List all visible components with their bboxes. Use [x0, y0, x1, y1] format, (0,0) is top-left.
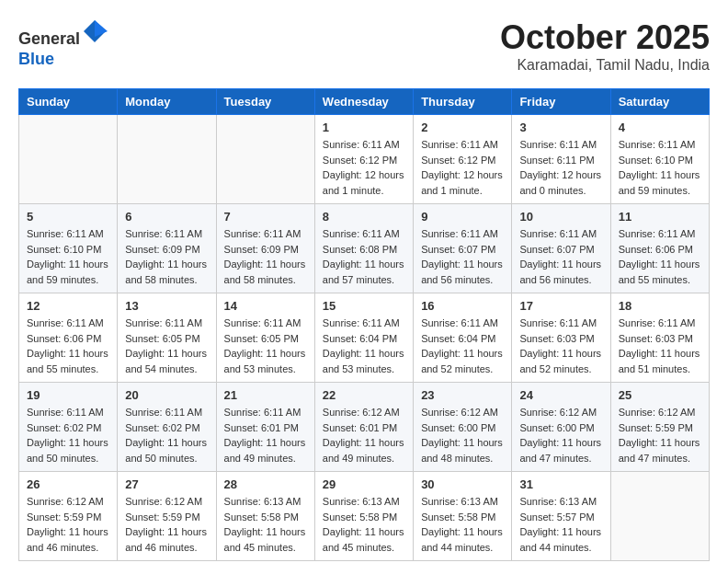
day-number: 26	[27, 477, 109, 491]
calendar-day-3: 3Sunrise: 6:11 AMSunset: 6:11 PMDaylight…	[512, 115, 610, 204]
day-number: 15	[323, 299, 405, 313]
day-info: Sunrise: 6:13 AMSunset: 5:58 PMDaylight:…	[224, 494, 307, 555]
day-info: Sunrise: 6:11 AMSunset: 6:10 PMDaylight:…	[619, 137, 701, 198]
day-info: Sunrise: 6:11 AMSunset: 6:07 PMDaylight:…	[519, 226, 602, 287]
calendar-day-5: 5Sunrise: 6:11 AMSunset: 6:10 PMDaylight…	[19, 204, 118, 293]
location: Karamadai, Tamil Nadu, India	[500, 57, 710, 74]
calendar-empty	[118, 115, 216, 204]
weekday-header-row: SundayMondayTuesdayWednesdayThursdayFrid…	[19, 89, 710, 115]
day-number: 28	[224, 477, 307, 491]
calendar-day-4: 4Sunrise: 6:11 AMSunset: 6:10 PMDaylight…	[610, 115, 709, 204]
day-number: 14	[224, 299, 307, 313]
day-number: 16	[421, 299, 504, 313]
calendar-day-17: 17Sunrise: 6:11 AMSunset: 6:03 PMDayligh…	[512, 293, 610, 383]
day-info: Sunrise: 6:11 AMSunset: 6:07 PMDaylight:…	[421, 226, 504, 287]
day-number: 1	[323, 121, 405, 134]
calendar-day-31: 31Sunrise: 6:13 AMSunset: 5:57 PMDayligh…	[512, 472, 610, 561]
month-title: October 2025	[500, 18, 710, 57]
calendar-week-row: 26Sunrise: 6:12 AMSunset: 5:59 PMDayligh…	[19, 472, 710, 561]
day-number: 12	[27, 299, 109, 313]
weekday-header-monday: Monday	[118, 89, 216, 115]
calendar-day-16: 16Sunrise: 6:11 AMSunset: 6:04 PMDayligh…	[414, 293, 512, 383]
day-number: 3	[519, 121, 602, 134]
logo-blue: Blue	[18, 50, 54, 68]
day-number: 4	[619, 121, 701, 134]
day-info: Sunrise: 6:11 AMSunset: 6:02 PMDaylight:…	[125, 405, 208, 465]
day-info: Sunrise: 6:12 AMSunset: 5:59 PMDaylight:…	[27, 494, 109, 555]
logo-general: General	[18, 29, 80, 48]
day-info: Sunrise: 6:11 AMSunset: 6:01 PMDaylight:…	[224, 405, 307, 465]
day-number: 22	[323, 388, 405, 402]
calendar-day-8: 8Sunrise: 6:11 AMSunset: 6:08 PMDaylight…	[314, 204, 413, 293]
calendar-table: SundayMondayTuesdayWednesdayThursdayFrid…	[18, 88, 710, 561]
day-number: 9	[421, 210, 504, 224]
day-number: 18	[619, 299, 701, 313]
weekday-header-wednesday: Wednesday	[314, 89, 413, 115]
day-info: Sunrise: 6:11 AMSunset: 6:11 PMDaylight:…	[519, 137, 602, 198]
day-info: Sunrise: 6:11 AMSunset: 6:08 PMDaylight:…	[323, 226, 405, 287]
day-number: 13	[125, 299, 208, 313]
calendar-day-27: 27Sunrise: 6:12 AMSunset: 5:59 PMDayligh…	[118, 472, 216, 561]
day-info: Sunrise: 6:11 AMSunset: 6:06 PMDaylight:…	[27, 316, 109, 376]
calendar-empty	[216, 115, 314, 204]
title-block: October 2025 Karamadai, Tamil Nadu, Indi…	[500, 18, 710, 74]
day-number: 31	[519, 477, 602, 491]
day-info: Sunrise: 6:11 AMSunset: 6:03 PMDaylight:…	[619, 316, 701, 376]
calendar-day-28: 28Sunrise: 6:13 AMSunset: 5:58 PMDayligh…	[216, 472, 314, 561]
calendar-day-14: 14Sunrise: 6:11 AMSunset: 6:05 PMDayligh…	[216, 293, 314, 383]
day-info: Sunrise: 6:13 AMSunset: 5:58 PMDaylight:…	[421, 494, 504, 555]
day-number: 11	[619, 210, 701, 224]
day-info: Sunrise: 6:11 AMSunset: 6:10 PMDaylight:…	[27, 226, 109, 287]
page-header: General Blue October 2025 Karamadai, Tam…	[18, 18, 710, 74]
day-number: 20	[125, 388, 208, 402]
calendar-day-13: 13Sunrise: 6:11 AMSunset: 6:05 PMDayligh…	[118, 293, 216, 383]
day-info: Sunrise: 6:12 AMSunset: 5:59 PMDaylight:…	[619, 405, 701, 465]
calendar-empty	[610, 472, 709, 561]
logo-icon	[82, 18, 108, 44]
day-info: Sunrise: 6:11 AMSunset: 6:03 PMDaylight:…	[519, 316, 602, 376]
day-number: 27	[125, 477, 208, 491]
day-number: 19	[27, 388, 109, 402]
day-info: Sunrise: 6:11 AMSunset: 6:04 PMDaylight:…	[421, 316, 504, 376]
weekday-header-saturday: Saturday	[610, 89, 709, 115]
day-number: 17	[519, 299, 602, 313]
day-info: Sunrise: 6:12 AMSunset: 6:01 PMDaylight:…	[323, 405, 405, 465]
day-number: 25	[619, 388, 701, 402]
day-info: Sunrise: 6:12 AMSunset: 6:00 PMDaylight:…	[421, 405, 504, 465]
calendar-week-row: 19Sunrise: 6:11 AMSunset: 6:02 PMDayligh…	[19, 383, 710, 472]
day-info: Sunrise: 6:11 AMSunset: 6:12 PMDaylight:…	[421, 137, 504, 198]
calendar-day-21: 21Sunrise: 6:11 AMSunset: 6:01 PMDayligh…	[216, 383, 314, 472]
calendar-day-2: 2Sunrise: 6:11 AMSunset: 6:12 PMDaylight…	[414, 115, 512, 204]
day-info: Sunrise: 6:12 AMSunset: 5:59 PMDaylight:…	[125, 494, 208, 555]
weekday-header-thursday: Thursday	[414, 89, 512, 115]
calendar-day-1: 1Sunrise: 6:11 AMSunset: 6:12 PMDaylight…	[314, 115, 413, 204]
calendar-day-19: 19Sunrise: 6:11 AMSunset: 6:02 PMDayligh…	[19, 383, 118, 472]
weekday-header-sunday: Sunday	[19, 89, 118, 115]
day-number: 30	[421, 477, 504, 491]
calendar-day-7: 7Sunrise: 6:11 AMSunset: 6:09 PMDaylight…	[216, 204, 314, 293]
calendar-day-12: 12Sunrise: 6:11 AMSunset: 6:06 PMDayligh…	[19, 293, 118, 383]
day-info: Sunrise: 6:11 AMSunset: 6:05 PMDaylight:…	[224, 316, 307, 376]
calendar-day-10: 10Sunrise: 6:11 AMSunset: 6:07 PMDayligh…	[512, 204, 610, 293]
day-number: 23	[421, 388, 504, 402]
calendar-day-30: 30Sunrise: 6:13 AMSunset: 5:58 PMDayligh…	[414, 472, 512, 561]
day-info: Sunrise: 6:11 AMSunset: 6:02 PMDaylight:…	[27, 405, 109, 465]
calendar-day-9: 9Sunrise: 6:11 AMSunset: 6:07 PMDaylight…	[414, 204, 512, 293]
day-info: Sunrise: 6:11 AMSunset: 6:09 PMDaylight:…	[125, 226, 208, 287]
day-info: Sunrise: 6:13 AMSunset: 5:58 PMDaylight:…	[323, 494, 405, 555]
calendar-day-23: 23Sunrise: 6:12 AMSunset: 6:00 PMDayligh…	[414, 383, 512, 472]
day-number: 7	[224, 210, 307, 224]
calendar-day-22: 22Sunrise: 6:12 AMSunset: 6:01 PMDayligh…	[314, 383, 413, 472]
day-info: Sunrise: 6:11 AMSunset: 6:12 PMDaylight:…	[323, 137, 405, 198]
day-number: 6	[125, 210, 208, 224]
day-number: 21	[224, 388, 307, 402]
day-number: 24	[519, 388, 602, 402]
calendar-day-26: 26Sunrise: 6:12 AMSunset: 5:59 PMDayligh…	[19, 472, 118, 561]
calendar-day-20: 20Sunrise: 6:11 AMSunset: 6:02 PMDayligh…	[118, 383, 216, 472]
weekday-header-friday: Friday	[512, 89, 610, 115]
calendar-week-row: 5Sunrise: 6:11 AMSunset: 6:10 PMDaylight…	[19, 204, 710, 293]
calendar-day-11: 11Sunrise: 6:11 AMSunset: 6:06 PMDayligh…	[610, 204, 709, 293]
day-number: 5	[27, 210, 109, 224]
calendar-day-18: 18Sunrise: 6:11 AMSunset: 6:03 PMDayligh…	[610, 293, 709, 383]
day-info: Sunrise: 6:11 AMSunset: 6:04 PMDaylight:…	[323, 316, 405, 376]
